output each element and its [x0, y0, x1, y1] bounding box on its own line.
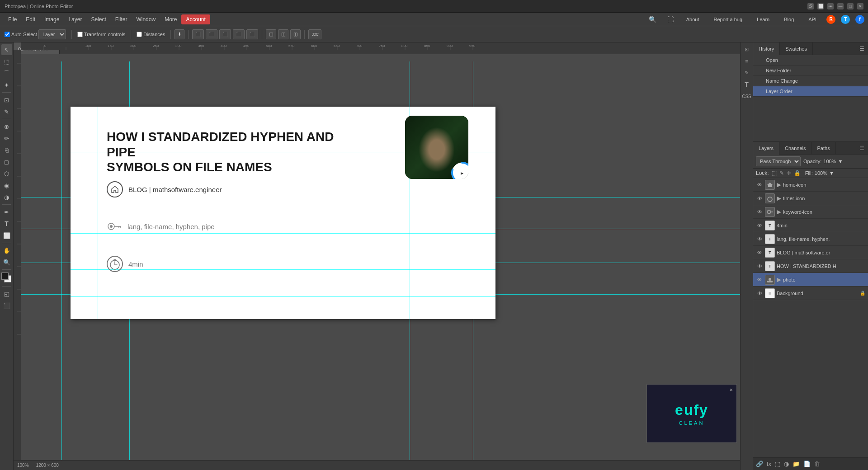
layer-vis-timer[interactable]: 👁	[756, 195, 763, 202]
facebook-icon[interactable]: f	[855, 15, 864, 24]
layer-mask-btn[interactable]: ⬚	[775, 461, 780, 467]
restore-btn[interactable]: ⬜	[817, 3, 824, 9]
new-layer-btn[interactable]: 📄	[803, 461, 811, 467]
align-center-h-btn[interactable]: ⬛	[206, 29, 217, 39]
adj-layer-btn[interactable]: ◑	[784, 461, 789, 467]
layer-vis-4min[interactable]: 👁	[756, 222, 763, 229]
menu-image[interactable]: Image	[40, 14, 64, 24]
layer-vis-lang[interactable]: 👁	[756, 235, 763, 243]
align-left-btn[interactable]: ⬛	[192, 29, 204, 39]
menu-account[interactable]: Account	[181, 14, 210, 24]
shape-tool[interactable]: ⬜	[1, 230, 12, 241]
layer-vis-blog[interactable]: 👁	[756, 249, 763, 256]
pen-tool[interactable]: ✒	[1, 207, 12, 217]
lock-transparent-btn[interactable]: ⬚	[772, 170, 777, 176]
opacity-value[interactable]: 100%	[823, 159, 836, 164]
history-item-layer-order[interactable]: Layer Order	[753, 86, 868, 97]
layer-vis-how[interactable]: 👁	[756, 263, 763, 270]
mini-btn-5[interactable]: CSS	[742, 91, 752, 101]
menu-file[interactable]: File	[4, 14, 21, 24]
move-tool[interactable]: ↖	[1, 44, 12, 55]
layer-background[interactable]: 👁 ▦ Background 🔒	[753, 287, 868, 300]
layer-vis-keyword[interactable]: 👁	[756, 208, 763, 216]
heal-tool[interactable]: ⊕	[1, 121, 12, 132]
align-top-btn[interactable]: ⬛	[233, 29, 245, 39]
menu-select[interactable]: Select	[86, 14, 110, 24]
hand-tool[interactable]: ✋	[1, 245, 12, 256]
blog-link[interactable]: Blog	[779, 15, 798, 24]
download-btn[interactable]: ⬇	[175, 29, 184, 39]
layer-blog[interactable]: 👁 T BLOG | mathsoftware.er	[753, 246, 868, 259]
api-link[interactable]: API	[804, 15, 821, 24]
size-mode-2[interactable]: ◫	[278, 29, 288, 39]
history-menu-btn[interactable]: ☰	[856, 44, 868, 54]
search-btn[interactable]: 🔍	[646, 15, 659, 24]
eraser-tool[interactable]: ◻	[1, 156, 12, 167]
align-center-v-btn[interactable]: ⬛	[246, 29, 258, 39]
twitter-icon[interactable]: T	[841, 15, 850, 24]
tab-paths[interactable]: Paths	[812, 142, 836, 155]
fill-dropdown-icon[interactable]: ▼	[829, 170, 834, 176]
history-item-name-change[interactable]: Name Change	[753, 76, 868, 86]
color-swatches[interactable]	[1, 273, 12, 283]
about-link[interactable]: About	[682, 15, 704, 24]
lock-pixels-btn[interactable]: ✎	[779, 170, 784, 176]
layer-styles-btn[interactable]: fx	[767, 461, 771, 467]
report-bug-link[interactable]: Report a bug	[709, 15, 747, 24]
link-layers-btn[interactable]: 🔗	[756, 461, 763, 467]
layer-timer-icon[interactable]: 👁 ▶ timer-icon	[753, 192, 868, 205]
menu-more[interactable]: More	[160, 14, 181, 24]
crop-tool[interactable]: ⊡	[1, 94, 12, 105]
minimize-btn[interactable]: —	[837, 3, 844, 9]
auto-select-type[interactable]: Layer Group	[38, 29, 66, 39]
close-btn[interactable]: ✕	[857, 3, 863, 9]
mini-btn-2[interactable]: ≡	[742, 56, 752, 66]
menu-edit[interactable]: Edit	[21, 14, 40, 24]
more-btn[interactable]: •••	[827, 3, 834, 9]
layer-how-i[interactable]: 👁 T HOW I STANDARDIZED H	[753, 259, 868, 273]
jdc-btn[interactable]: JDC	[308, 29, 321, 39]
tab-channels[interactable]: Channels	[779, 142, 811, 155]
layer-vis-home[interactable]: 👁	[756, 181, 763, 188]
align-right-btn[interactable]: ⬛	[219, 29, 231, 39]
size-mode-1[interactable]: ◫	[266, 29, 276, 39]
eyedropper-tool[interactable]: ✎	[1, 106, 12, 117]
maximize-btn[interactable]: □	[847, 3, 854, 9]
select-tool[interactable]: ⬚	[1, 56, 12, 67]
tab-history[interactable]: History	[753, 42, 780, 55]
learn-link[interactable]: Learn	[752, 15, 774, 24]
menu-window[interactable]: Window	[132, 14, 160, 24]
mini-btn-1[interactable]: ⊡	[742, 44, 752, 54]
mini-btn-3[interactable]: ✎	[742, 68, 752, 78]
lock-all-btn[interactable]: 🔒	[794, 170, 801, 176]
history-item-new-folder[interactable]: New Folder	[753, 66, 868, 76]
distances-checkbox[interactable]	[137, 32, 142, 37]
screen-mode-btn[interactable]: ⬛	[1, 300, 12, 311]
tab-layers[interactable]: Layers	[753, 142, 779, 155]
lock-position-btn[interactable]: ✛	[787, 170, 791, 176]
text-tool[interactable]: T	[1, 218, 12, 229]
blur-tool[interactable]: ◉	[1, 180, 12, 191]
mini-btn-4[interactable]: T	[742, 80, 752, 89]
magic-wand-tool[interactable]: ✦	[1, 80, 12, 90]
ad-close-btn[interactable]: ×	[729, 386, 733, 393]
mask-mode-btn[interactable]: ◱	[1, 288, 12, 299]
new-group-btn[interactable]: 📁	[793, 461, 800, 467]
layer-vis-bg[interactable]: 👁	[756, 290, 763, 297]
layers-menu-btn[interactable]: ☰	[856, 143, 868, 153]
history-item-open[interactable]: Open	[753, 55, 868, 66]
opacity-dropdown-icon[interactable]: ▼	[838, 159, 843, 164]
paint-bucket-tool[interactable]: ⬡	[1, 168, 12, 179]
layer-vis-photo[interactable]: 👁	[756, 276, 763, 283]
auto-select-checkbox[interactable]	[5, 32, 10, 37]
lasso-tool[interactable]: ⌒	[1, 68, 12, 79]
layer-photo[interactable]: 👁 ▶ photo	[753, 273, 868, 287]
layer-home-icon[interactable]: 👁 ▶ home-icon	[753, 178, 868, 192]
clone-tool[interactable]: ⎗	[1, 145, 12, 155]
menu-filter[interactable]: Filter	[111, 14, 132, 24]
zoom-tool[interactable]: 🔍	[1, 257, 12, 268]
menu-layer[interactable]: Layer	[64, 14, 86, 24]
layer-keyword-icon[interactable]: 👁 ▶ keyword-icon	[753, 205, 868, 219]
brush-tool[interactable]: ✏	[1, 133, 12, 144]
size-mode-3[interactable]: ◫	[290, 29, 301, 39]
